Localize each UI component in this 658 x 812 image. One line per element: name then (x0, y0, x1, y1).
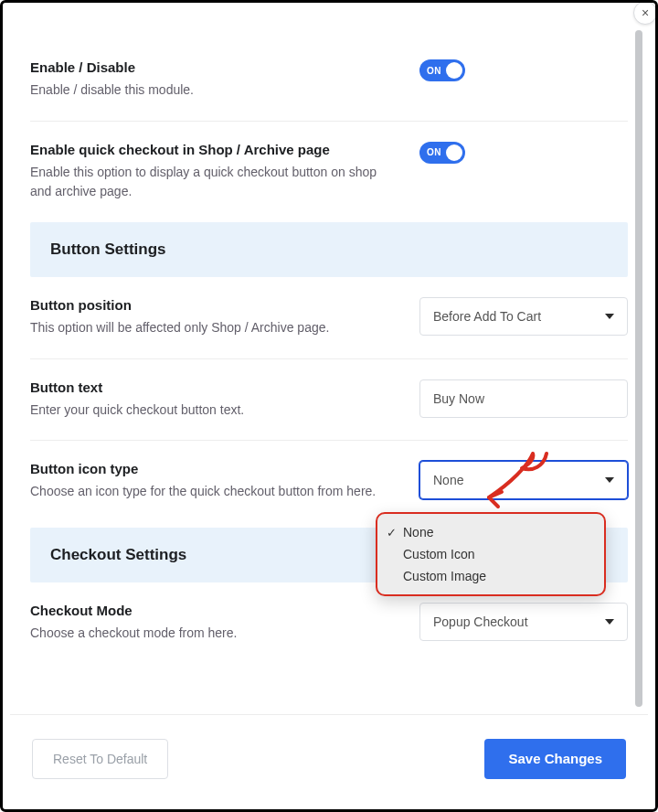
button-text-input[interactable] (419, 379, 628, 418)
button-position-value: Before Add To Cart (433, 309, 541, 324)
reset-to-default-button[interactable]: Reset To Default (32, 739, 168, 779)
close-icon: × (642, 5, 649, 20)
check-icon: ✓ (387, 526, 399, 540)
button-text-title: Button text (30, 379, 401, 395)
settings-modal: × Enable / Disable Enable / disable this… (0, 0, 658, 812)
chevron-down-icon (605, 477, 614, 483)
checkout-mode-desc: Choose a checkout mode from here. (30, 624, 401, 644)
scroll-area: Enable / Disable Enable / disable this m… (10, 10, 648, 709)
button-position-title: Button position (30, 297, 401, 313)
chevron-down-icon (605, 619, 614, 625)
enable-module-toggle[interactable]: ON (419, 59, 465, 81)
dropdown-option-custom-image[interactable]: Custom Image (381, 565, 600, 587)
toggle-knob (446, 144, 462, 161)
close-button[interactable]: × (633, 1, 657, 25)
button-icon-type-dropdown[interactable]: ✓ None Custom Icon Custom Image (376, 512, 606, 596)
row-enable-quick-checkout-archive: Enable quick checkout in Shop / Archive … (30, 122, 628, 222)
checkout-mode-title: Checkout Mode (30, 603, 401, 618)
row-button-icon-type: Button icon type Choose an icon type for… (30, 441, 628, 522)
section-button-settings: Button Settings (30, 222, 628, 277)
enable-quick-archive-toggle[interactable]: ON (419, 142, 465, 164)
dropdown-option-label: Custom Icon (403, 547, 475, 561)
dropdown-option-custom-icon[interactable]: Custom Icon (381, 543, 600, 565)
button-icon-type-title: Button icon type (30, 461, 401, 476)
button-position-desc: This option will be affected only Shop /… (30, 318, 401, 338)
enable-quick-archive-title: Enable quick checkout in Shop / Archive … (30, 142, 401, 157)
row-button-position: Button position This option will be affe… (30, 277, 628, 359)
button-icon-type-value: None (433, 473, 463, 487)
enable-quick-archive-desc: Enable this option to display a quick ch… (30, 163, 401, 202)
dropdown-option-label: None (403, 525, 433, 540)
row-button-text: Button text Enter your quick checkout bu… (30, 359, 628, 442)
chevron-down-icon (605, 314, 614, 319)
enable-module-title: Enable / Disable (30, 59, 401, 75)
button-text-desc: Enter your quick checkout button text. (30, 401, 401, 421)
toggle-knob (446, 62, 462, 79)
checkout-mode-value: Popup Checkout (433, 614, 528, 629)
dropdown-option-none[interactable]: ✓ None (381, 521, 600, 543)
button-icon-type-select[interactable]: None (419, 461, 628, 499)
checkout-mode-select[interactable]: Popup Checkout (419, 603, 628, 641)
button-position-select[interactable]: Before Add To Cart (419, 297, 628, 336)
toggle-on-label: ON (427, 66, 441, 76)
row-enable-module: Enable / Disable Enable / disable this m… (30, 30, 628, 122)
dropdown-option-label: Custom Image (403, 569, 486, 583)
footer: Reset To Default Save Changes (10, 714, 648, 802)
save-changes-button[interactable]: Save Changes (484, 739, 626, 779)
toggle-on-label: ON (427, 147, 441, 157)
enable-module-desc: Enable / disable this module. (30, 80, 401, 101)
button-icon-type-desc: Choose an icon type for the quick checko… (30, 482, 401, 502)
